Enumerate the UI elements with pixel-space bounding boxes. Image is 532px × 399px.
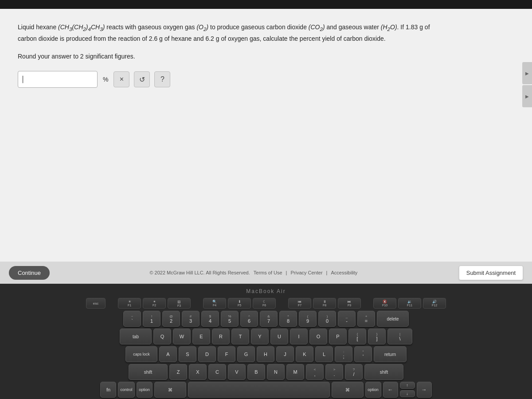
f8-key[interactable]: ⏸ F8 xyxy=(313,298,336,309)
backtick-key[interactable]: ~` xyxy=(123,311,141,327)
caps-key[interactable]: caps lock xyxy=(125,346,157,362)
continue-button[interactable]: Continue xyxy=(9,266,50,280)
camera-notch xyxy=(244,0,288,9)
toolbar-buttons: × ↺ ? xyxy=(113,71,170,87)
return-key[interactable]: return xyxy=(374,346,407,362)
arrow-down-key[interactable]: ↓ xyxy=(400,390,415,397)
f4-key[interactable]: 🔍 F4 xyxy=(203,298,226,309)
5-key[interactable]: %5 xyxy=(221,311,239,327)
t-key[interactable]: T xyxy=(231,329,249,344)
x-key[interactable]: X xyxy=(189,364,207,380)
o-key[interactable]: O xyxy=(309,329,327,344)
a-key[interactable]: A xyxy=(159,346,177,362)
h-key[interactable]: H xyxy=(257,346,274,362)
arrow-up-key[interactable]: ↑ xyxy=(400,382,415,389)
s-key[interactable]: S xyxy=(179,346,196,362)
side-tab-2[interactable]: ▶ xyxy=(522,85,532,107)
f1-label: F1 xyxy=(128,304,131,307)
i-key[interactable]: I xyxy=(290,329,308,344)
comma-key[interactable]: <, xyxy=(306,364,324,380)
m-key[interactable]: M xyxy=(286,364,304,380)
n-key[interactable]: N xyxy=(267,364,285,380)
f12-key[interactable]: 🔊 F12 xyxy=(423,298,446,309)
b-key[interactable]: B xyxy=(247,364,265,380)
u-key[interactable]: U xyxy=(270,329,288,344)
lbracket-key[interactable]: {[ xyxy=(348,329,366,344)
f11-label: F11 xyxy=(407,304,412,307)
e-key[interactable]: E xyxy=(192,329,210,344)
command-right-key[interactable]: ⌘ xyxy=(332,382,364,398)
equals-key[interactable]: += xyxy=(357,311,375,327)
p-key[interactable]: P xyxy=(329,329,347,344)
v-key[interactable]: V xyxy=(228,364,246,380)
command-left-key[interactable]: ⌘ xyxy=(154,382,186,398)
rbracket-key[interactable]: }] xyxy=(368,329,386,344)
0-key[interactable]: )0 xyxy=(318,311,336,327)
f7-key[interactable]: ⏮ F7 xyxy=(288,298,311,309)
f1-key[interactable]: ☀ F1 xyxy=(118,298,141,309)
delete-key[interactable]: delete xyxy=(377,311,409,327)
f5-key[interactable]: ⬇ F5 xyxy=(228,298,251,309)
side-tab-1[interactable]: ▶ xyxy=(522,62,532,84)
close-button[interactable]: × xyxy=(113,71,129,87)
backslash-key[interactable]: |\ xyxy=(387,329,412,344)
9-key[interactable]: (9 xyxy=(299,311,317,327)
help-icon: ? xyxy=(160,75,164,83)
minus-key[interactable]: _- xyxy=(338,311,356,327)
k-key[interactable]: K xyxy=(296,346,313,362)
f2-key[interactable]: ✶ F2 xyxy=(143,298,166,309)
period-key[interactable]: >. xyxy=(325,364,343,380)
arrow-left-key[interactable]: ← xyxy=(383,382,398,398)
arrow-right-key[interactable]: → xyxy=(417,382,432,398)
f10-key[interactable]: 🔇 F10 xyxy=(373,298,396,309)
quote-key[interactable]: "' xyxy=(354,346,372,362)
option-key[interactable]: option xyxy=(137,382,153,398)
j-key[interactable]: J xyxy=(276,346,294,362)
l-key[interactable]: L xyxy=(315,346,333,362)
submit-assignment-button[interactable]: Submit Assignment xyxy=(459,266,523,280)
shift-left-key[interactable]: shift xyxy=(129,364,168,380)
3-key[interactable]: #3 xyxy=(182,311,200,327)
slash-key[interactable]: ?/ xyxy=(345,364,363,380)
keyboard-area: MacBook Air esc ☀ F1 ✶ F2 ⊞ F3 🔍 xyxy=(0,284,532,399)
answer-input-wrapper[interactable]: ▏ xyxy=(18,71,98,88)
copyright-area: © 2022 McGraw Hill LLC. All Rights Reser… xyxy=(149,270,359,275)
f9-icon: ⏭ xyxy=(348,300,351,304)
d-key[interactable]: D xyxy=(198,346,216,362)
shift-right-key[interactable]: shift xyxy=(364,364,403,380)
z-key[interactable]: Z xyxy=(169,364,187,380)
q-key[interactable]: Q xyxy=(153,329,171,344)
1-key[interactable]: !1 xyxy=(143,311,160,327)
control-key[interactable]: control xyxy=(118,382,134,398)
asdf-key-row: caps lock A S D F G H J K L :; "' return xyxy=(22,346,510,362)
y-key[interactable]: Y xyxy=(251,329,269,344)
fn-key[interactable]: fn xyxy=(100,382,116,398)
6-key[interactable]: ^6 xyxy=(240,311,258,327)
privacy-link[interactable]: Privacy Center xyxy=(290,270,322,275)
4-key[interactable]: $4 xyxy=(201,311,219,327)
f11-key[interactable]: 🔉 F11 xyxy=(398,298,421,309)
semicolon-key[interactable]: :; xyxy=(335,346,352,362)
f10-icon: 🔇 xyxy=(383,300,387,304)
g-key[interactable]: G xyxy=(237,346,255,362)
7-key[interactable]: &7 xyxy=(260,311,278,327)
esc-key[interactable]: esc xyxy=(86,298,106,309)
terms-link[interactable]: Terms of Use xyxy=(254,270,282,275)
f3-key[interactable]: ⊞ F3 xyxy=(168,298,191,309)
f6-key[interactable]: ☾ F6 xyxy=(253,298,276,309)
answer-input[interactable] xyxy=(29,76,74,83)
undo-button[interactable]: ↺ xyxy=(134,71,150,87)
space-key[interactable] xyxy=(188,382,330,398)
r-key[interactable]: R xyxy=(212,329,230,344)
c-key[interactable]: C xyxy=(208,364,226,380)
8-key[interactable]: *8 xyxy=(279,311,297,327)
accessibility-link[interactable]: Accessibility xyxy=(331,270,357,275)
tab-key[interactable]: tab xyxy=(120,329,152,344)
2-key[interactable]: @2 xyxy=(162,311,180,327)
f9-key[interactable]: ⏭ F9 xyxy=(338,298,361,309)
option-right-key[interactable]: option xyxy=(365,382,381,398)
f8-label: F8 xyxy=(323,304,326,307)
f-key[interactable]: F xyxy=(218,346,235,362)
help-button[interactable]: ? xyxy=(154,71,170,87)
w-key[interactable]: W xyxy=(173,329,191,344)
